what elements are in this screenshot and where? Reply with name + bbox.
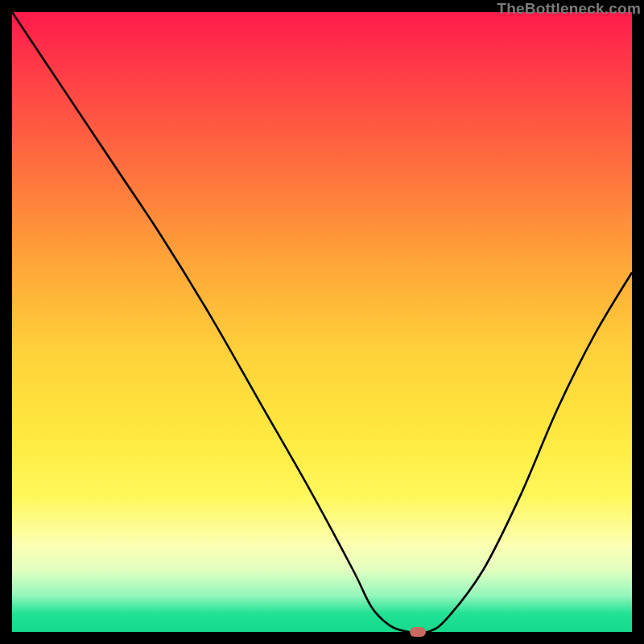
bottleneck-curve xyxy=(12,12,632,632)
chart-stage: TheBottleneck.com xyxy=(0,0,644,644)
optimal-point-marker xyxy=(410,627,426,637)
watermark-label: TheBottleneck.com xyxy=(497,0,641,18)
curve-path xyxy=(12,12,632,632)
chart-plot-area xyxy=(12,12,632,632)
